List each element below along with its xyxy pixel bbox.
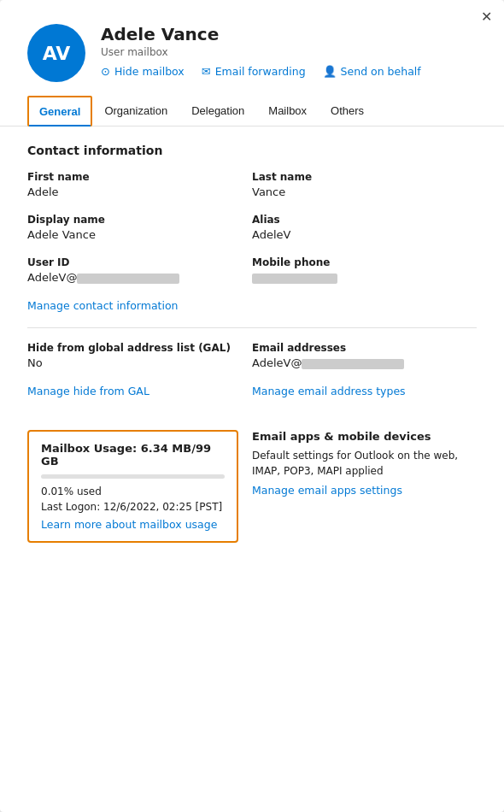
field-last-name: Last name Vance [252, 171, 477, 198]
send-on-behalf-icon: 👤 [323, 65, 337, 78]
mobile-phone-label: Mobile phone [252, 256, 477, 268]
hide-gal-value: No [27, 356, 252, 369]
email-blurred [302, 359, 404, 369]
mailbox-usage-title: Mailbox Usage: 6.34 MB/99 GB [41, 442, 225, 468]
manage-hide-gal-link[interactable]: Manage hide from GAL [27, 385, 149, 397]
header-actions: ⊙ Hide mailbox ✉ Email forwarding 👤 Send… [101, 65, 477, 78]
mailbox-usage-box: Mailbox Usage: 6.34 MB/99 GB 0.01% used … [27, 430, 238, 543]
hide-mailbox-icon: ⊙ [101, 65, 110, 78]
learn-more-mailbox-link[interactable]: Learn more about mailbox usage [41, 518, 217, 531]
tab-organization[interactable]: Organization [92, 96, 179, 126]
field-first-name: First name Adele [27, 171, 252, 198]
display-name-value: Adele Vance [27, 228, 252, 241]
mailbox-usage-col: Mailbox Usage: 6.34 MB/99 GB 0.01% used … [27, 420, 252, 543]
field-hide-gal: Hide from global address list (GAL) No [27, 342, 252, 369]
last-name-label: Last name [252, 171, 477, 183]
usage-percent: 0.01% used [41, 485, 225, 497]
hide-mailbox-label: Hide mailbox [114, 65, 185, 78]
display-name-label: Display name [27, 214, 252, 226]
user-id-value: AdeleV@ [27, 271, 252, 284]
contact-info-title: Contact information [27, 144, 477, 157]
user-name: Adele Vance [101, 24, 477, 44]
email-apps-col: Email apps & mobile devices Default sett… [252, 420, 477, 543]
manage-email-apps-link[interactable]: Manage email apps settings [252, 484, 402, 497]
usage-logon: Last Logon: 12/6/2022, 02:25 [PST] [41, 501, 225, 513]
email-addresses-value: AdeleV@ [252, 356, 477, 369]
email-forwarding-link[interactable]: ✉ Email forwarding [202, 65, 306, 78]
email-apps-desc: Default settings for Outlook on the web,… [252, 448, 477, 479]
hide-gal-label: Hide from global address list (GAL) [27, 342, 252, 354]
manage-contact-link[interactable]: Manage contact information [27, 299, 179, 312]
tab-content: Contact information First name Adele Las… [0, 127, 504, 570]
mobile-phone-value [252, 271, 477, 284]
first-name-value: Adele [27, 185, 252, 198]
field-user-id: User ID AdeleV@ [27, 256, 252, 284]
usage-bar-bg [41, 474, 225, 479]
mobile-phone-blurred [252, 274, 337, 284]
field-alias: Alias AdeleV [252, 214, 477, 241]
contact-fields: First name Adele Last name Vance Display… [27, 171, 477, 299]
avatar: AV [27, 24, 85, 82]
email-addresses-col: Email addresses AdeleV@ Manage email add… [252, 342, 477, 413]
tab-general[interactable]: General [27, 96, 92, 127]
email-addresses-label: Email addresses [252, 342, 477, 354]
last-name-value: Vance [252, 185, 477, 198]
user-type: User mailbox [101, 46, 477, 58]
email-apps-section: Email apps & mobile devices Default sett… [252, 430, 477, 497]
hide-mailbox-link[interactable]: ⊙ Hide mailbox [101, 65, 185, 78]
user-info: Adele Vance User mailbox ⊙ Hide mailbox … [101, 24, 477, 78]
tab-bar: General Organization Delegation Mailbox … [0, 96, 504, 127]
alias-value: AdeleV [252, 228, 477, 241]
email-forwarding-label: Email forwarding [215, 65, 306, 78]
dialog-header: AV Adele Vance User mailbox ⊙ Hide mailb… [0, 0, 504, 96]
send-on-behalf-link[interactable]: 👤 Send on behalf [323, 65, 421, 78]
field-display-name: Display name Adele Vance [27, 214, 252, 241]
manage-email-address-types-link[interactable]: Manage email address types [252, 385, 406, 397]
usage-apps-section: Mailbox Usage: 6.34 MB/99 GB 0.01% used … [27, 420, 477, 543]
tab-delegation[interactable]: Delegation [179, 96, 256, 126]
field-mobile-phone: Mobile phone [252, 256, 477, 284]
alias-label: Alias [252, 214, 477, 226]
user-id-blurred [77, 274, 179, 284]
tab-mailbox[interactable]: Mailbox [256, 96, 319, 126]
tab-others[interactable]: Others [319, 96, 376, 126]
user-id-label: User ID [27, 256, 252, 268]
close-button[interactable]: ✕ [481, 10, 492, 24]
gal-email-section: Hide from global address list (GAL) No M… [27, 327, 477, 413]
gal-col: Hide from global address list (GAL) No M… [27, 342, 252, 413]
user-dialog: ✕ AV Adele Vance User mailbox ⊙ Hide mai… [0, 0, 504, 812]
email-apps-title: Email apps & mobile devices [252, 430, 477, 443]
first-name-label: First name [27, 171, 252, 183]
send-on-behalf-label: Send on behalf [341, 65, 421, 78]
email-forwarding-icon: ✉ [202, 65, 211, 78]
field-email-addresses: Email addresses AdeleV@ [252, 342, 477, 369]
